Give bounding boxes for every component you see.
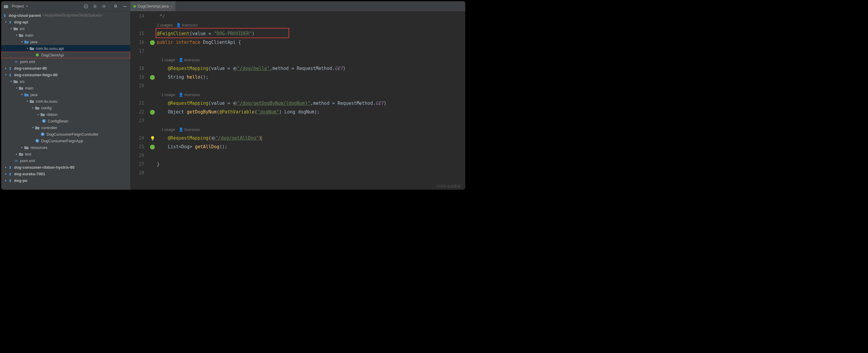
project-tree[interactable]: ▮ dog-cloud-parent ~/study/ideaStudy/ide… [1,11,130,190]
tree-java[interactable]: java [1,38,130,45]
module-icon: ▮ [8,66,12,70]
line-gutter: 14 15 16 17 18 19 20 21 22 23 24 25 26 2… [130,11,148,190]
collapse-all-icon[interactable] [101,3,107,10]
tree-ribbon-hystrix[interactable]: ▮ dog-consumer-ribbon-hystrix-80 [1,164,130,171]
person-icon: 👤 [179,127,185,132]
tree-config[interactable]: config [1,104,130,111]
bulb-icon[interactable]: 💡 [150,136,155,141]
project-icon [4,4,8,8]
project-label[interactable]: Project ▾ [4,4,28,8]
close-icon[interactable]: × [170,4,173,8]
ide-window: Project ▾ ⚙ — DogClientApi.java × ▮ dog-… [1,1,465,190]
maven-icon: m [14,158,19,163]
tree-ribbon[interactable]: ribbon [1,111,130,118]
person-icon: 👤 [179,93,185,97]
tree-main[interactable]: main [1,32,130,38]
package-icon [35,106,40,110]
module-icon: ▮ [2,13,7,17]
class-icon: C [41,119,46,123]
spring-icon[interactable] [150,145,155,149]
gear-icon[interactable]: ⚙ [113,3,119,10]
tree-src2[interactable]: src [1,78,130,85]
tree-root[interactable]: ▮ dog-cloud-parent ~/study/ideaStudy/ide… [1,12,130,19]
module-icon: ▮ [8,172,12,176]
spring-icon[interactable] [150,40,155,45]
folder-icon [13,26,18,31]
module-icon: ▮ [8,165,12,169]
tree-test[interactable]: test [1,151,130,157]
java-file-icon [133,5,136,7]
folder-icon [19,86,24,90]
tree-controller[interactable]: controller [1,124,130,131]
globe-icon[interactable]: ⊕˅ [233,67,237,71]
tree-package[interactable]: com.liu.susu.api [1,45,130,51]
tree-eureka[interactable]: ▮ dog-eureka-7001 [1,171,130,177]
class-icon: C [40,132,45,136]
gutter-marks: 💡 [148,11,157,190]
svg-point-3 [32,49,34,50]
svg-point-2 [86,6,87,7]
tree-java2[interactable]: java [1,91,130,98]
source-folder-icon [24,40,29,44]
titlebar: Project ▾ ⚙ — DogClientApi.java × [1,1,465,11]
module-icon: ▮ [8,178,12,182]
globe-icon[interactable]: ⊕˅ [211,136,216,140]
tree-feignapp[interactable]: C DogConsumerFeignApp [1,138,130,144]
svg-rect-0 [4,5,8,8]
tree-pom2[interactable]: m pom.xml [1,157,130,164]
package-icon [35,126,40,130]
module-icon: ▮ [8,73,12,77]
tree-configbean[interactable]: C ConfigBean [1,118,130,124]
ide-body: ▮ dog-cloud-parent ~/study/ideaStudy/ide… [1,11,465,190]
tree-dog-consumer-feign-80[interactable]: ▮ dog-consumer-feign-80 [1,71,130,78]
tree-main2[interactable]: main [1,85,130,91]
globe-icon[interactable]: ⊕˅ [233,101,237,106]
target-icon[interactable] [83,3,89,10]
tree-dog-consumer-80[interactable]: ▮ dog-consumer-80 [1,65,130,71]
tree-dog-po[interactable]: ▮ dog-po [1,177,130,184]
tree-resources[interactable]: resources [1,144,130,151]
minimize-icon[interactable]: — [121,3,128,10]
resources-folder-icon [24,145,29,149]
tree-src[interactable]: src [1,25,130,32]
package-icon [29,46,34,50]
tab-dogclientapi[interactable]: DogClientApi.java × [130,1,176,11]
project-tool-header: Project ▾ ⚙ — [1,1,130,11]
source-folder-icon [24,93,29,97]
expand-all-icon[interactable] [92,3,98,10]
watermark: CSDN @@素素~ [437,184,462,188]
package-icon [29,99,34,103]
package-icon [40,112,45,116]
code-editor[interactable]: 14 15 16 17 18 19 20 21 22 23 24 25 26 2… [130,11,465,190]
chevron-down-icon: ▾ [26,4,28,8]
spring-icon[interactable] [150,75,155,80]
code-area[interactable]: */ 2 usages 👤 liuersusu @FeignClient(val… [157,11,465,190]
text-caret [261,136,262,141]
tree-dog-api[interactable]: ▮ dog-api [1,19,130,25]
spring-icon[interactable] [150,110,155,115]
class-icon: C [35,139,40,143]
tree-dogclientapi[interactable]: DogClientApi [1,51,130,58]
module-icon: ▮ [8,20,12,24]
tree-pom[interactable]: m pom.xml [1,58,130,65]
folder-icon [19,33,24,37]
maven-icon: m [14,60,19,64]
editor-tabs: DogClientApi.java × [130,1,176,11]
folder-icon [19,152,24,156]
person-icon: 👤 [179,58,185,62]
person-icon: 👤 [176,23,182,27]
folder-icon [13,79,18,83]
tree-pkg2[interactable]: com.liu.susu [1,98,130,104]
interface-icon [35,53,40,57]
tree-feignctrl[interactable]: C DogConsumerFeignController [1,131,130,138]
